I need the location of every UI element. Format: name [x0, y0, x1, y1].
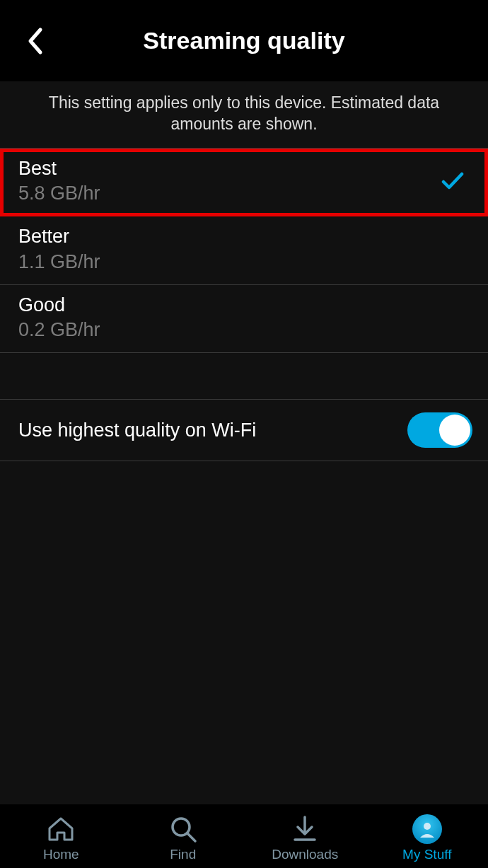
nav-label: My Stuff [402, 847, 451, 862]
quality-options: Best 5.8 GB/hr Better 1.1 GB/hr Good 0.2… [0, 148, 488, 353]
option-title: Good [18, 292, 470, 318]
checkmark-icon [441, 171, 464, 194]
wifi-quality-row[interactable]: Use highest quality on Wi-Fi [0, 400, 488, 461]
home-icon [46, 814, 76, 844]
quality-option-good[interactable]: Good 0.2 GB/hr [0, 285, 488, 353]
nav-my-stuff[interactable]: My Stuff [366, 814, 489, 862]
quality-option-better[interactable]: Better 1.1 GB/hr [0, 216, 488, 285]
info-text: This setting applies only to this device… [0, 81, 488, 148]
wifi-toggle[interactable] [407, 412, 472, 448]
option-sub: 0.2 GB/hr [18, 318, 470, 342]
spacer-row [0, 353, 488, 400]
wifi-toggle-label: Use highest quality on Wi-Fi [18, 419, 256, 441]
svg-point-4 [424, 823, 431, 830]
toggle-knob [439, 415, 470, 446]
bottom-nav: Home Find Downloads [0, 804, 488, 868]
chevron-left-icon [26, 27, 45, 55]
nav-find[interactable]: Find [122, 814, 245, 862]
svg-line-1 [187, 833, 195, 841]
nav-downloads[interactable]: Downloads [244, 814, 366, 862]
nav-label: Find [170, 847, 196, 862]
option-title: Better [18, 224, 470, 249]
download-icon [290, 814, 320, 844]
back-button[interactable] [21, 27, 50, 55]
screen: Streaming quality This setting applies o… [0, 0, 488, 868]
nav-label: Downloads [272, 847, 338, 862]
search-icon [168, 814, 198, 844]
quality-option-best[interactable]: Best 5.8 GB/hr [0, 149, 488, 217]
nav-home[interactable]: Home [0, 814, 122, 862]
nav-label: Home [43, 847, 79, 862]
page-title: Streaming quality [0, 27, 488, 54]
option-sub: 1.1 GB/hr [18, 250, 470, 274]
header: Streaming quality [0, 0, 488, 81]
content: This setting applies only to this device… [0, 81, 488, 804]
avatar-icon [412, 814, 442, 844]
option-title: Best [18, 156, 470, 181]
option-sub: 5.8 GB/hr [18, 181, 470, 206]
